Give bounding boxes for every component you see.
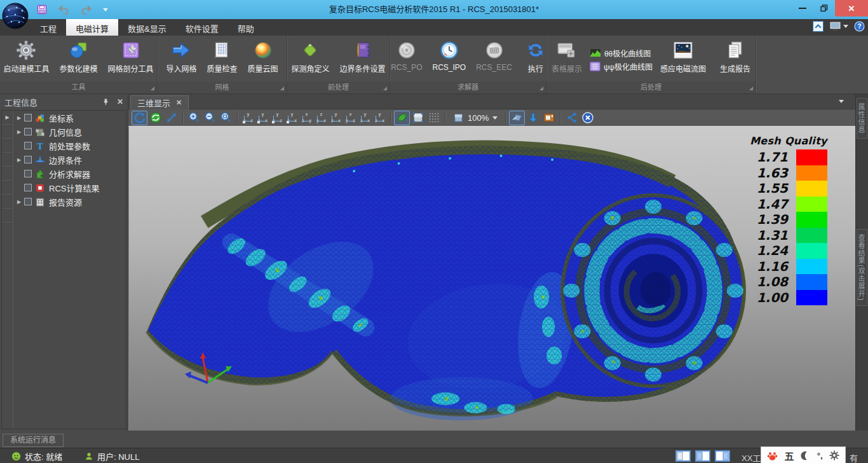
close-view-button[interactable] — [580, 111, 595, 125]
tree-checkbox[interactable] — [24, 142, 32, 149]
view-orientation-button-9[interactable]: yzx — [372, 111, 387, 125]
view-orientation-button-7[interactable]: xyz — [343, 111, 358, 125]
tree-item-3[interactable]: ▶边界条件 — [13, 153, 126, 167]
ribbon-button-2-0[interactable]: 探测角定义 — [286, 38, 334, 81]
close-button[interactable]: ✕ — [835, 0, 868, 17]
panel-close-icon[interactable]: ✕ — [117, 97, 123, 106]
ribbon-button-4-4[interactable]: 生成报告 — [715, 38, 756, 81]
rotate-button[interactable] — [132, 111, 147, 125]
minimize-button[interactable] — [792, 0, 813, 17]
share-view-button[interactable] — [564, 111, 580, 125]
smooth-shade-button[interactable] — [394, 111, 410, 125]
ribbon-button-0-2[interactable]: 网格剖分工具 — [103, 38, 159, 81]
ribbon-button-small-4-1[interactable]: θθ极化曲线图 — [590, 48, 653, 59]
tab-property-info[interactable]: 属性信息 — [857, 98, 867, 139]
ime-mode-key[interactable]: 五 — [784, 449, 794, 462]
view-orientation-button-2[interactable]: yxz — [270, 111, 285, 125]
ime-moon-icon[interactable] — [800, 450, 811, 461]
zoom-out-button[interactable] — [202, 111, 218, 125]
menu-tab-2[interactable]: 数据&显示 — [118, 19, 176, 36]
ribbon-button-2-1[interactable]: 边界条件设置 — [335, 38, 391, 81]
layout-split-panel-button[interactable] — [695, 450, 710, 462]
help-icon[interactable]: ? — [854, 21, 865, 32]
tab-3d-display[interactable]: 三维显示 ✕ — [130, 95, 189, 109]
ribbon-button-3-1[interactable]: RCS_IPO — [428, 38, 471, 81]
tree-item-0[interactable]: ▶坐标系 — [13, 111, 126, 125]
menu-tab-1[interactable]: 电磁计算 — [66, 19, 118, 36]
tab-system-messages[interactable]: 系统运行消息 — [3, 434, 64, 447]
menu-tab-0[interactable]: 工程 — [31, 19, 66, 36]
tree-checkbox[interactable] — [24, 198, 32, 205]
view-toolbar: yxzyzxyxzyzxxzyzyxyzxxyzyzxyzx 100% — [128, 109, 855, 127]
restore-button[interactable] — [813, 0, 835, 17]
ribbon-button-1-0[interactable]: 导入网格 — [161, 38, 201, 81]
tree-grid-cell — [2, 209, 13, 223]
legend-entry-3: 1.47 — [750, 197, 827, 212]
tree-item-5[interactable]: RCS计算结果 — [13, 181, 126, 195]
section-plane-button[interactable] — [509, 111, 525, 125]
status-text: 状态: 就绪 — [25, 450, 62, 462]
menu-tab-3[interactable]: 软件设置 — [176, 19, 228, 36]
expand-arrow-icon[interactable]: ▶ — [15, 199, 23, 205]
zoom-window-button[interactable] — [218, 111, 234, 125]
zoom-level-combo[interactable]: 100% — [449, 113, 502, 123]
screenshot-button[interactable] — [541, 111, 557, 125]
flat-shade-button[interactable] — [410, 111, 426, 125]
button-label: θθ极化曲线图 — [604, 48, 651, 59]
view-orientation-button-4[interactable]: xzy — [299, 111, 314, 125]
expand-arrow-icon[interactable]: ▶ — [15, 157, 23, 163]
pin-icon[interactable] — [102, 98, 109, 106]
layout-right-panel-button[interactable] — [715, 450, 730, 462]
tree-checkbox[interactable] — [24, 156, 32, 163]
tree-checkbox[interactable] — [24, 128, 32, 135]
display-settings-icon[interactable] — [829, 21, 848, 32]
view-orientation-button-5[interactable]: zyx — [314, 111, 329, 125]
tree-checkbox[interactable] — [24, 114, 32, 121]
tree-checkbox[interactable] — [24, 170, 32, 177]
legend-value: 1.08 — [750, 275, 788, 288]
ribbon-button-0-0[interactable]: 启动建模工具 — [0, 38, 55, 81]
tab-list-dropdown-icon[interactable] — [839, 100, 844, 103]
button-label: RCS_IPO — [433, 63, 466, 72]
layout-left-panel-button[interactable] — [675, 450, 691, 462]
menu-tab-4[interactable]: 帮助 — [228, 19, 264, 36]
legend-value: 1.16 — [750, 260, 788, 273]
ime-settings-icon[interactable] — [829, 450, 840, 461]
app-logo-icon[interactable] — [1, 1, 29, 31]
tab-close-icon[interactable]: ✕ — [176, 99, 182, 107]
ribbon-button-1-2[interactable]: 质量云图 — [243, 38, 283, 81]
ribbon-button-1-1[interactable]: 质量检查 — [201, 38, 242, 81]
ime-logo-icon[interactable] — [766, 450, 778, 462]
tree-grid-column: ▶ — [2, 111, 13, 429]
ribbon-group-0: 启动建模工具参数化建模网格剖分工具工具 — [0, 36, 158, 93]
view-orientation-button-6[interactable]: yzx — [329, 111, 343, 125]
tree-item-1[interactable]: ▶几何信息 — [13, 125, 126, 139]
ribbon: 启动建模工具参数化建模网格剖分工具工具导入网格质量检查质量云图网格探测角定义边界… — [0, 36, 868, 94]
orbit-button[interactable] — [147, 111, 163, 125]
svg-text:?: ? — [857, 22, 861, 30]
view-orientation-button-8[interactable]: yzx — [358, 111, 372, 125]
rcs-eec-icon — [485, 39, 504, 62]
tree-item-4[interactable]: 分析求解器 — [13, 167, 126, 181]
ime-punctuation-icon[interactable]: °, — [817, 451, 823, 460]
view-orientation-button-3[interactable]: yzx — [285, 111, 299, 125]
wireframe-button[interactable] — [426, 111, 442, 125]
expand-arrow-icon[interactable]: ▶ — [15, 129, 23, 135]
drop-down-arrow-button[interactable] — [525, 111, 541, 125]
tree-item-2[interactable]: T前处理参数 — [13, 139, 126, 153]
viewport-3d[interactable]: Mesh Quality 1.711.631.551.471.391.311.2… — [128, 127, 855, 431]
tree-checkbox[interactable] — [24, 184, 32, 191]
view-orientation-button-1[interactable]: yzx — [255, 111, 270, 125]
tree-item-6[interactable]: ▶报告资源 — [13, 195, 126, 209]
zoom-extents-button[interactable] — [163, 111, 179, 125]
title-bar: 复杂目标RCS电磁分析软件2015 R1 - RCS_2015031801* ✕ — [0, 0, 868, 19]
zoom-in-button[interactable] — [186, 111, 202, 125]
ribbon-button-small-4-2[interactable]: ψψ极化曲线图 — [590, 61, 653, 72]
view-orientation-button-0[interactable]: yxz — [241, 111, 255, 125]
user-icon — [85, 452, 93, 461]
ribbon-button-0-1[interactable]: 参数化建模 — [55, 38, 103, 81]
tab-view-results[interactable]: 查看结果(双击展开) — [857, 229, 867, 306]
collapse-ribbon-icon[interactable] — [813, 21, 824, 32]
expand-arrow-icon[interactable]: ▶ — [15, 115, 23, 121]
ribbon-button-4-3[interactable]: 感应电磁流图 — [655, 38, 711, 81]
